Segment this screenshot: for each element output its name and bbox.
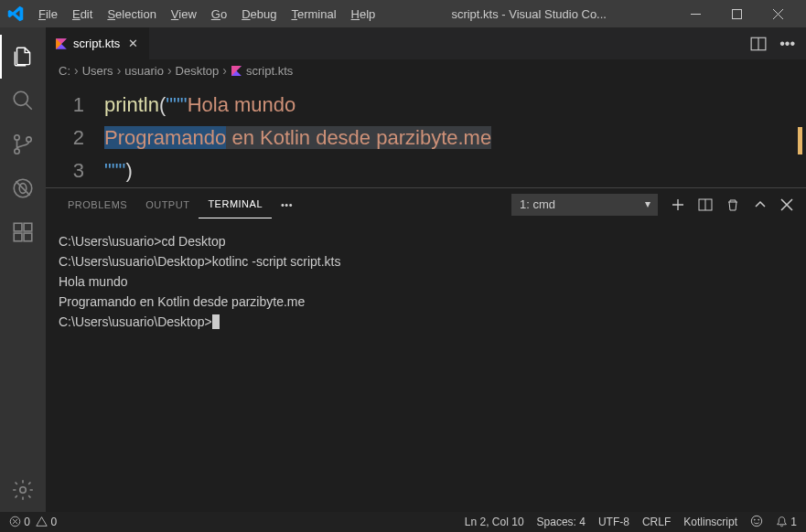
overview-ruler-cursor: [798, 127, 802, 154]
editor-tabs: script.kts ✕ •••: [46, 27, 806, 59]
svg-rect-11: [24, 223, 32, 231]
status-feedback[interactable]: [750, 515, 763, 530]
panel-tab-terminal[interactable]: TERMINAL: [199, 190, 272, 218]
status-errors[interactable]: 0: [9, 516, 30, 528]
search-icon: [11, 89, 35, 112]
maximize-button[interactable]: [716, 0, 758, 27]
editor-area: script.kts ✕ ••• C:› Users› usuario› Des…: [46, 27, 806, 512]
no-bug-icon: [11, 176, 35, 200]
kill-terminal-button[interactable]: [725, 197, 740, 212]
terminal[interactable]: C:\Users\usuario>cd Desktop C:\Users\usu…: [46, 220, 806, 343]
activity-search[interactable]: [0, 79, 46, 122]
tab-script[interactable]: script.kts ✕: [46, 27, 149, 59]
breadcrumb[interactable]: C:› Users› usuario› Desktop› script.kts: [46, 59, 806, 81]
menu-file[interactable]: FFileile: [31, 3, 65, 26]
activity-source-control[interactable]: [0, 122, 46, 166]
svg-point-16: [751, 516, 761, 526]
split-terminal-button[interactable]: [698, 197, 713, 212]
activity-extensions[interactable]: [0, 210, 46, 254]
status-language[interactable]: Kotlinscript: [683, 516, 737, 528]
code-editor[interactable]: 1 2 3 println("""Hola mundo Programando …: [46, 81, 806, 187]
main: script.kts ✕ ••• C:› Users› usuario› Des…: [0, 27, 806, 512]
titlebar: FFileile Edit Selection View Go Debug Te…: [0, 0, 806, 27]
status-notifications[interactable]: 1: [776, 516, 797, 528]
terminal-line: C:\Users\usuario>cd Desktop: [59, 231, 793, 251]
status-eol[interactable]: CRLF: [642, 516, 671, 528]
tab-close-button[interactable]: ✕: [125, 37, 140, 51]
status-cursor-pos[interactable]: Ln 2, Col 10: [465, 516, 524, 528]
status-warnings[interactable]: 0: [36, 516, 57, 528]
svg-point-4: [15, 149, 19, 154]
panel-more-button[interactable]: •••: [272, 199, 302, 210]
terminal-line: C:\Users\usuario\Desktop>kotlinc -script…: [59, 251, 793, 271]
menu-edit[interactable]: Edit: [65, 3, 100, 26]
menubar: FFileile Edit Selection View Go Debug Te…: [31, 3, 382, 26]
menu-view[interactable]: View: [164, 3, 204, 26]
svg-point-3: [15, 135, 19, 140]
bell-icon: [776, 516, 788, 527]
activity-bar: [0, 27, 46, 512]
breadcrumb-part[interactable]: Desktop: [176, 64, 220, 78]
breadcrumb-part[interactable]: Users: [82, 64, 113, 78]
status-encoding[interactable]: UTF-8: [598, 516, 629, 528]
menu-selection[interactable]: Selection: [100, 3, 163, 26]
tab-filename: script.kts: [73, 37, 120, 50]
kotlin-icon: [231, 65, 242, 77]
breadcrumb-part[interactable]: usuario: [124, 64, 164, 78]
svg-rect-8: [14, 223, 22, 231]
activity-explorer[interactable]: [0, 35, 46, 79]
svg-point-18: [758, 519, 759, 520]
svg-rect-10: [24, 233, 32, 241]
breadcrumb-part[interactable]: C:: [59, 64, 70, 78]
more-actions-button[interactable]: •••: [779, 36, 795, 52]
panel-tab-output[interactable]: OUTPUT: [136, 191, 199, 218]
svg-point-5: [27, 137, 31, 142]
close-panel-button[interactable]: [780, 198, 793, 211]
smiley-icon: [750, 515, 763, 527]
tab-actions: •••: [750, 36, 806, 52]
split-editor-button[interactable]: [750, 36, 767, 52]
terminal-line: Hola mundo: [59, 271, 793, 292]
warning-icon: [36, 516, 48, 527]
gear-icon: [11, 478, 35, 502]
terminal-cursor: [212, 314, 220, 329]
error-icon: [9, 516, 21, 527]
svg-point-2: [14, 91, 27, 105]
breadcrumb-part[interactable]: script.kts: [246, 64, 293, 78]
maximize-panel-button[interactable]: [753, 197, 768, 212]
extensions-icon: [11, 220, 35, 244]
git-branch-icon: [11, 133, 35, 156]
terminal-line: C:\Users\usuario\Desktop>: [59, 312, 793, 332]
activity-settings[interactable]: [0, 468, 46, 512]
menu-help[interactable]: Help: [344, 3, 383, 26]
svg-point-12: [20, 487, 27, 494]
minimize-button[interactable]: [675, 0, 716, 27]
menu-debug[interactable]: Debug: [234, 3, 284, 26]
window-controls: [675, 0, 799, 27]
activity-debug[interactable]: [0, 166, 46, 210]
svg-rect-0: [691, 14, 701, 15]
svg-rect-1: [733, 9, 742, 18]
close-button[interactable]: [758, 0, 799, 27]
gutter: 1 2 3: [46, 89, 104, 187]
terminal-selector[interactable]: 1: cmd: [511, 194, 658, 216]
svg-point-17: [754, 519, 755, 520]
kotlin-icon: [55, 37, 68, 50]
window-title: script.kts - Visual Studio Co...: [382, 7, 675, 21]
panel: PROBLEMS OUTPUT TERMINAL ••• 1: cmd C:\U…: [46, 187, 806, 343]
terminal-line: Programando en Kotlin desde parzibyte.me: [59, 292, 793, 312]
statusbar: 0 0 Ln 2, Col 10 Spaces: 4 UTF-8 CRLF Ko…: [0, 512, 806, 532]
code-content[interactable]: println("""Hola mundo Programando en Kot…: [104, 89, 806, 187]
panel-tab-problems[interactable]: PROBLEMS: [59, 191, 136, 218]
new-terminal-button[interactable]: [671, 197, 685, 212]
panel-tabs: PROBLEMS OUTPUT TERMINAL ••• 1: cmd: [46, 188, 806, 220]
menu-terminal[interactable]: Terminal: [284, 3, 343, 26]
svg-rect-9: [14, 233, 22, 241]
files-icon: [11, 45, 35, 69]
menu-go[interactable]: Go: [204, 3, 234, 26]
vscode-logo: [7, 5, 24, 22]
status-indent[interactable]: Spaces: 4: [537, 516, 586, 528]
